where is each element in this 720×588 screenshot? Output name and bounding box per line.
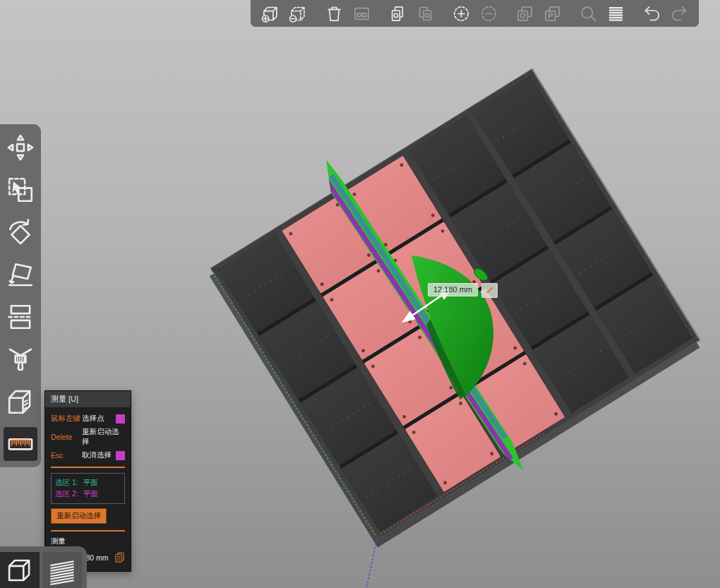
place-on-face-icon [6, 260, 35, 289]
measure-panel-title[interactable]: 测量 [U] [45, 391, 131, 407]
undo-button[interactable] [640, 2, 663, 25]
layers-editing-button[interactable] [604, 2, 627, 25]
trash-icon [325, 4, 344, 23]
cube-view-icon [5, 556, 35, 585]
paint-brush-icon [6, 344, 35, 374]
shortcut-action: 重新启动选择 [82, 427, 125, 447]
add-object-icon [261, 4, 280, 23]
remove-object-icon [289, 4, 308, 23]
remove-object-button[interactable] [287, 2, 309, 25]
shortcut-key: Esc [51, 451, 82, 460]
axis-z-line [366, 539, 377, 588]
selection-1-row: 选区 1:平面 [55, 478, 121, 488]
measurement-overlay: 12.180 mm [428, 283, 498, 298]
left-toolbar [0, 124, 41, 467]
measurement-edit-button[interactable] [481, 283, 498, 298]
selection-2-row: 选区 2:平面 [55, 489, 121, 499]
selection-1-value: 平面 [83, 478, 98, 486]
rotate-icon [6, 217, 35, 247]
measure-tool-button[interactable] [4, 427, 37, 461]
pencil-icon [485, 286, 494, 295]
separator [51, 467, 125, 468]
copy-to-clipboard-icon [114, 552, 125, 563]
selection-2-value: 平面 [83, 489, 98, 498]
split-to-parts-icon [543, 4, 562, 23]
add-instance-button[interactable] [450, 2, 472, 25]
arrange-button[interactable] [350, 2, 373, 25]
layers-view-icon [47, 556, 77, 585]
move-tool-button[interactable] [4, 131, 37, 164]
remove-instance-button[interactable] [477, 2, 500, 25]
split-to-objects-button[interactable] [513, 2, 536, 25]
shortcut-row: Esc 取消选择 [51, 450, 125, 460]
copy-button[interactable] [386, 2, 409, 25]
selection-2-label: 选区 2: [55, 489, 78, 498]
remove-instance-icon [479, 4, 498, 23]
shortcut-key: Delete [51, 433, 82, 441]
move-icon [6, 133, 35, 162]
cut-icon [6, 302, 35, 332]
paste-button[interactable] [414, 2, 436, 25]
place-on-face-tool-button[interactable] [4, 258, 37, 292]
redo-button[interactable] [668, 2, 690, 25]
seam-painting-tool-button[interactable] [4, 385, 37, 419]
cancel-color-swatch [116, 451, 125, 460]
delete-button[interactable] [323, 2, 345, 25]
measurement-label: 12.180 mm [428, 283, 478, 296]
search-button[interactable] [577, 2, 599, 25]
measure-ruler-icon [6, 429, 35, 459]
cut-tool-button[interactable] [4, 300, 37, 334]
shortcut-row: Delete 重新启动选择 [51, 427, 125, 447]
selection-list: 选区 1:平面 选区 2:平面 [51, 473, 125, 504]
redo-icon [670, 4, 689, 23]
view-switcher [0, 546, 87, 588]
shortcut-row: 鼠标左键 选择点 [51, 414, 125, 424]
add-object-button[interactable] [259, 2, 282, 25]
add-instance-icon [452, 4, 471, 23]
arrange-icon [352, 4, 371, 23]
result-section-title: 测量 [51, 536, 125, 546]
layer-list-icon [606, 4, 625, 23]
layers-preview-view-button[interactable] [42, 552, 82, 588]
measure-panel: 测量 [U] 鼠标左键 选择点 Delete 重新启动选择 Esc 取消选择 选… [44, 390, 131, 572]
shortcut-key: 鼠标左键 [51, 414, 82, 424]
separator [51, 530, 125, 532]
copy-icon [388, 4, 407, 23]
seam-cube-icon [6, 387, 35, 416]
top-toolbar [251, 0, 699, 27]
shortcut-action: 取消选择 [82, 450, 114, 460]
application-window: 12.180 mm [0, 0, 720, 588]
paint-supports-tool-button[interactable] [4, 342, 37, 376]
split-to-objects-icon [515, 4, 534, 23]
paste-icon [416, 4, 435, 23]
rotate-tool-button[interactable] [4, 215, 37, 249]
editor-3d-view-button[interactable] [0, 552, 40, 588]
split-to-parts-button[interactable] [541, 2, 563, 25]
search-icon [579, 4, 598, 23]
copy-to-clipboard-button[interactable] [114, 552, 125, 563]
build-plate[interactable] [210, 68, 701, 539]
point-color-swatch [116, 414, 125, 424]
selection-1-label: 选区 1: [55, 478, 78, 486]
restart-selection-button[interactable]: 重新启动选择 [51, 508, 107, 524]
shortcut-action: 选择点 [82, 414, 114, 424]
scale-tool-button[interactable] [4, 173, 37, 207]
undo-icon [642, 4, 661, 23]
scale-icon [6, 175, 35, 205]
